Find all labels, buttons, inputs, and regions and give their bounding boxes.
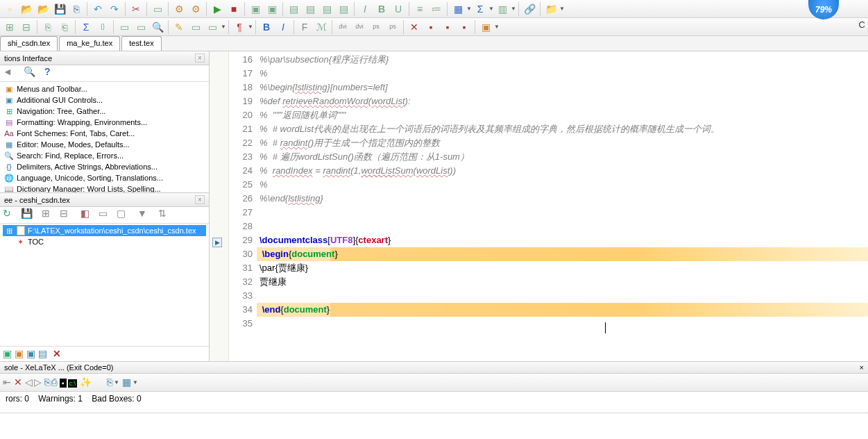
find-button[interactable]: 🔍 — [149, 19, 166, 35]
ps1-button[interactable]: ps — [368, 19, 384, 35]
tree-file-item[interactable]: ⊞ F:\LATEX_workstation\ceshi_csdn\ceshi_… — [3, 225, 206, 236]
chevron-down-icon[interactable]: ▼ — [488, 6, 494, 12]
tree-save-icon[interactable]: 💾 — [21, 208, 36, 222]
folder2-button[interactable]: 📁 — [543, 1, 559, 17]
chevron-down-icon[interactable]: ▼ — [494, 24, 500, 30]
pdf-a-button[interactable]: ▪ — [423, 19, 439, 35]
stop-button[interactable]: ■ — [225, 1, 242, 17]
collapse-tree-icon[interactable]: ⊟ — [60, 208, 75, 222]
console-paste-icon[interactable]: ⎙ — [51, 377, 57, 388]
para-button[interactable]: ¶ — [231, 19, 248, 35]
code-line[interactable]: \par{贾继康} — [257, 261, 868, 275]
code-line[interactable]: \begin{document} — [257, 247, 868, 261]
console-cmd-icon[interactable]: c:\ — [68, 378, 78, 388]
console-wand-icon[interactable]: ✨ — [80, 377, 92, 388]
console-copy-icon[interactable]: ⎘ — [44, 377, 50, 388]
interface-item[interactable]: 🌐Language, Unicode, Sorting, Translation… — [3, 172, 206, 183]
help-button[interactable]: ▣ — [477, 19, 494, 35]
build-go-button[interactable]: ⚙ — [187, 1, 204, 17]
pdf-r-button[interactable]: ▪ — [439, 19, 456, 35]
code-line[interactable] — [257, 289, 868, 303]
interface-item[interactable]: ▣Additional GUI Controls... — [3, 94, 206, 106]
tool2-icon[interactable]: ▣ — [15, 349, 24, 359]
interface-item[interactable]: ▦Editor: Mouse, Modes, Defaults... — [3, 139, 206, 150]
interface-item[interactable]: {}Delimiters, Active Strings, Abbreviati… — [3, 161, 206, 172]
interface-item[interactable]: ⊞Navigation: Tree, Gather... — [3, 106, 206, 117]
pdf-x-button[interactable]: ✕ — [406, 19, 423, 35]
listnum-button[interactable]: ≔ — [428, 1, 445, 17]
undo-button[interactable]: ↶ — [90, 1, 106, 17]
marker-button[interactable]: ✎ — [171, 19, 187, 35]
list-button[interactable]: ≡ — [411, 1, 428, 17]
math-button[interactable]: ℳ — [313, 19, 330, 35]
B-button[interactable]: B — [258, 19, 275, 35]
code-line[interactable]: 贾继康 — [257, 275, 868, 289]
interface-item[interactable]: 🔍Search: Find, Replace, Errors... — [3, 150, 206, 161]
app2-button[interactable]: ▣ — [264, 1, 280, 17]
code-line[interactable]: % — [257, 67, 868, 81]
interface-item[interactable]: 📖Dictionary Manager: Word Lists, Spellin… — [3, 183, 206, 193]
F-button[interactable]: F — [296, 19, 313, 35]
code-line[interactable]: \documentclass[UTF8]{ctexart} — [257, 233, 868, 247]
interface-item[interactable]: ▣Menus and Toolbar... — [3, 83, 206, 94]
code-line[interactable]: % # wordList代表的是出现在上一个词语后的词语列表及其频率组成的字典，… — [257, 122, 868, 136]
code-line[interactable]: %def retrieveRandomWord(wordList): — [257, 94, 868, 108]
code-line[interactable] — [257, 317, 868, 331]
search-icon[interactable]: 🔍 — [24, 67, 39, 81]
code-line[interactable]: %\end{lstlisting} — [257, 192, 868, 206]
console-scroll-icon[interactable]: ⇤ — [3, 377, 11, 388]
console-win-icon[interactable]: ▪ — [60, 378, 67, 388]
editor-code-area[interactable]: %\par\subsection{程序运行结果}%%\begin{lstlist… — [257, 51, 868, 361]
console-filter-icon[interactable]: ▦ — [122, 377, 131, 388]
doc3-button[interactable]: ▤ — [318, 1, 335, 17]
code-line[interactable]: % # 遍历wordListSun()函数（遍历范围：从1-sum） — [257, 150, 868, 164]
copy-out-button[interactable]: ⎘ — [40, 19, 56, 35]
copy-in-button[interactable]: ⎗ — [56, 19, 73, 35]
tool4-icon[interactable]: ▤ — [38, 349, 47, 359]
code-line[interactable]: % — [257, 178, 868, 192]
under-button[interactable]: U — [390, 1, 407, 17]
close-icon[interactable]: × — [860, 363, 864, 372]
help-icon[interactable]: ? — [44, 67, 60, 81]
chevron-down-icon[interactable]: ▼ — [248, 24, 253, 30]
console-next-icon[interactable]: ▷ — [34, 377, 42, 388]
new-button[interactable]: ▫ — [1, 1, 18, 17]
page-button[interactable]: ▭ — [149, 1, 166, 17]
dvi2-button[interactable]: dvi — [351, 19, 368, 35]
code-editor[interactable]: ▶ 16171819202122232425262728293031323334… — [210, 51, 868, 361]
delete-icon[interactable]: ✕ — [53, 349, 61, 359]
bold-button[interactable]: B — [373, 1, 390, 17]
table-button[interactable]: ▦ — [450, 1, 466, 17]
console-prev-icon[interactable]: ◁ — [25, 377, 33, 388]
tree-button[interactable]: ⊞ — [1, 19, 18, 35]
tool3-icon[interactable]: ▣ — [26, 349, 35, 359]
back-icon[interactable]: ◄ — [3, 67, 18, 81]
chevron-down-icon[interactable]: ▼ — [559, 6, 565, 12]
code-line[interactable]: \end{document} — [257, 303, 868, 317]
file-tab[interactable]: shi_csdn.tex — [0, 36, 58, 51]
code-line[interactable]: %\begin{lstlisting}[numbers=left] — [257, 81, 868, 94]
chevron-down-icon[interactable]: ▼ — [114, 379, 119, 386]
italic-button[interactable]: I — [357, 1, 373, 17]
sigma-button[interactable]: Σ — [472, 1, 488, 17]
close-icon[interactable]: × — [195, 195, 205, 204]
console-out-icon[interactable]: ⎘ — [107, 377, 112, 388]
chevron-down-icon[interactable]: ▼ — [511, 6, 516, 12]
app1-button[interactable]: ▣ — [247, 1, 264, 17]
link-button[interactable]: 🔗 — [521, 1, 538, 17]
expand-icon[interactable]: ⊞ — [42, 208, 57, 222]
run-button[interactable]: ▶ — [209, 1, 225, 17]
rect-button[interactable]: ▭ — [187, 19, 204, 35]
fold-marker-icon[interactable]: ▶ — [212, 238, 222, 247]
sort-icon[interactable]: ⇅ — [158, 208, 173, 222]
console-clear-icon[interactable]: ✕ — [14, 377, 22, 388]
chevron-down-icon[interactable]: ▼ — [133, 379, 138, 386]
chevron-down-icon[interactable]: ▼ — [466, 6, 472, 12]
code-line[interactable] — [257, 206, 868, 220]
code-line[interactable]: %\par\subsection{程序运行结果} — [257, 53, 868, 67]
clip2-button[interactable]: ▭ — [133, 19, 149, 35]
clip1-button[interactable]: ▭ — [116, 19, 133, 35]
doc1-button[interactable]: ▤ — [285, 1, 302, 17]
tree-toc-item[interactable]: ✦ TOC — [3, 236, 206, 247]
I-button[interactable]: I — [275, 19, 291, 35]
